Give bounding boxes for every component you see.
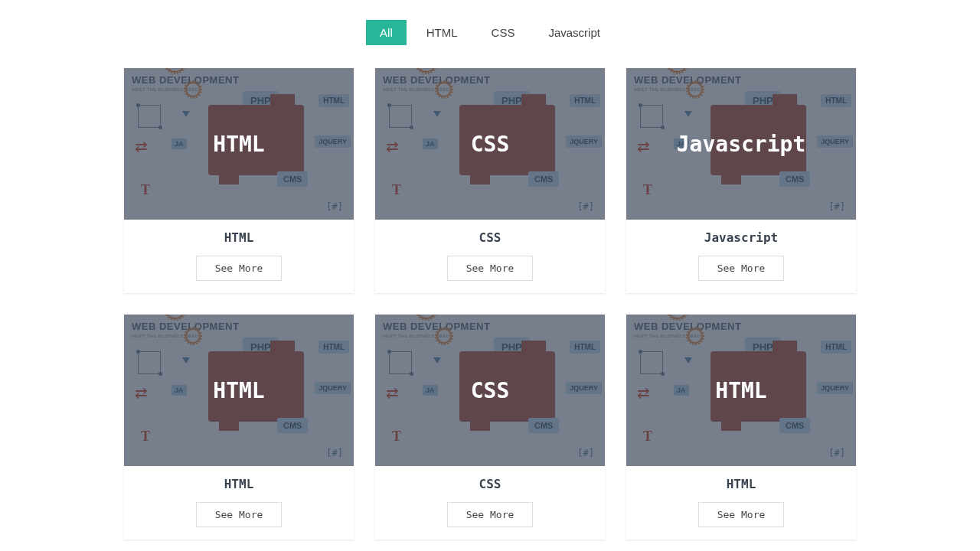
card-title: CSS	[375, 477, 605, 491]
overlay-title: HTML	[213, 132, 264, 157]
card-body: CSS See More	[375, 466, 605, 540]
filter-nav: All HTML CSS Javascript	[0, 0, 980, 68]
see-more-button[interactable]: See More	[196, 502, 283, 527]
card-image[interactable]: WEB DEVELOPMENT MEET THE BUSINESS NEED P…	[626, 315, 856, 466]
overlay-title: HTML	[213, 378, 264, 403]
card-overlay: HTML	[124, 315, 354, 466]
filter-javascript[interactable]: Javascript	[534, 20, 614, 45]
card-image[interactable]: WEB DEVELOPMENT MEET THE BUSINESS NEED P…	[124, 68, 354, 220]
card-title: HTML	[124, 477, 354, 491]
card-body: CSS See More	[375, 220, 605, 293]
see-more-button[interactable]: See More	[698, 256, 785, 281]
see-more-button[interactable]: See More	[196, 256, 283, 281]
card-overlay: HTML	[124, 68, 354, 220]
portfolio-card: WEB DEVELOPMENT MEET THE BUSINESS NEED P…	[375, 315, 605, 540]
card-overlay: Javascript	[626, 68, 856, 220]
card-overlay: HTML	[626, 315, 856, 466]
filter-html[interactable]: HTML	[413, 20, 472, 45]
card-title: Javascript	[626, 230, 856, 245]
portfolio-card: WEB DEVELOPMENT MEET THE BUSINESS NEED P…	[124, 68, 354, 293]
overlay-title: CSS	[471, 132, 510, 157]
card-image[interactable]: WEB DEVELOPMENT MEET THE BUSINESS NEED P…	[626, 68, 856, 220]
overlay-title: Javascript	[677, 132, 806, 157]
portfolio-card: WEB DEVELOPMENT MEET THE BUSINESS NEED P…	[375, 68, 605, 293]
filter-css[interactable]: CSS	[478, 20, 529, 45]
portfolio-grid: WEB DEVELOPMENT MEET THE BUSINESS NEED P…	[0, 68, 980, 540]
card-body: HTML See More	[124, 466, 354, 540]
card-overlay: CSS	[375, 315, 605, 466]
card-body: Javascript See More	[626, 220, 856, 293]
overlay-title: HTML	[715, 378, 766, 403]
card-title: CSS	[375, 230, 605, 245]
card-body: HTML See More	[626, 466, 856, 540]
overlay-title: CSS	[471, 378, 510, 403]
filter-all[interactable]: All	[366, 20, 407, 45]
portfolio-card: WEB DEVELOPMENT MEET THE BUSINESS NEED P…	[626, 315, 856, 540]
card-title: HTML	[626, 477, 856, 491]
card-image[interactable]: WEB DEVELOPMENT MEET THE BUSINESS NEED P…	[124, 315, 354, 466]
see-more-button[interactable]: See More	[698, 502, 785, 527]
card-overlay: CSS	[375, 68, 605, 220]
card-image[interactable]: WEB DEVELOPMENT MEET THE BUSINESS NEED P…	[375, 68, 605, 220]
card-body: HTML See More	[124, 220, 354, 293]
card-image[interactable]: WEB DEVELOPMENT MEET THE BUSINESS NEED P…	[375, 315, 605, 466]
portfolio-card: WEB DEVELOPMENT MEET THE BUSINESS NEED P…	[124, 315, 354, 540]
see-more-button[interactable]: See More	[447, 256, 534, 281]
card-title: HTML	[124, 230, 354, 245]
see-more-button[interactable]: See More	[447, 502, 534, 527]
portfolio-card: WEB DEVELOPMENT MEET THE BUSINESS NEED P…	[626, 68, 856, 293]
